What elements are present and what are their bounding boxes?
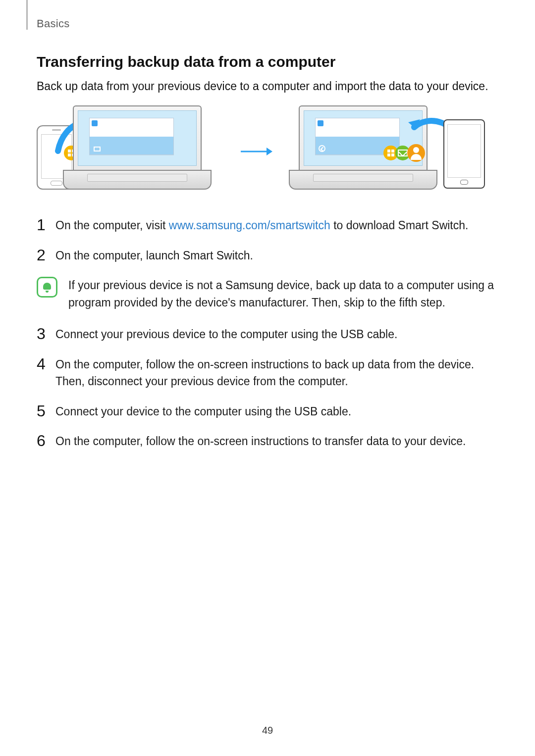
step-4: 4 On the computer, follow the on-screen … — [37, 356, 502, 390]
arrow-right-icon — [240, 146, 272, 157]
step-2: 2 On the computer, launch Smart Switch. — [37, 247, 502, 264]
step-6: 6 On the computer, follow the on-screen … — [37, 433, 502, 450]
breadcrumb: Basics — [37, 17, 70, 30]
margin-rule — [27, 0, 27, 30]
step-number: 5 — [37, 403, 55, 420]
smartswitch-link[interactable]: www.samsung.com/smartswitch — [169, 219, 330, 232]
page-content: Transferring backup data from a computer… — [37, 53, 502, 463]
step-text: On the computer, launch Smart Switch. — [55, 247, 502, 264]
data-icons-cluster — [383, 144, 422, 162]
step-text: Connect your device to the computer usin… — [55, 403, 502, 420]
smartswitch-window-icon — [89, 118, 174, 155]
figure-backup-stage — [37, 105, 237, 197]
intro-text: Back up data from your previous device t… — [37, 78, 502, 95]
step-number: 6 — [37, 433, 55, 450]
tablet-icon — [443, 119, 485, 189]
note-bell-icon — [37, 277, 57, 298]
step-number: 4 — [37, 356, 55, 390]
svg-marker-2 — [267, 148, 272, 155]
note-text: If your previous device is not a Samsung… — [68, 277, 502, 311]
step-text-part: to download Smart Switch. — [330, 219, 469, 232]
step-number: 2 — [37, 247, 55, 264]
step-text: Connect your previous device to the comp… — [55, 326, 502, 343]
figure-arrow — [239, 105, 273, 197]
step-text: On the computer, follow the on-screen in… — [55, 356, 502, 390]
note-callout: If your previous device is not a Samsung… — [37, 277, 502, 311]
step-number: 1 — [37, 217, 55, 234]
step-text: On the computer, follow the on-screen in… — [55, 433, 502, 450]
laptop-icon — [73, 105, 202, 190]
section-heading: Transferring backup data from a computer — [37, 53, 502, 70]
page-number: 49 — [262, 725, 273, 736]
transfer-figure — [37, 105, 502, 197]
manual-page: Basics Transferring backup data from a c… — [0, 0, 535, 756]
step-1: 1 On the computer, visit www.samsung.com… — [37, 217, 502, 234]
step-number: 3 — [37, 326, 55, 343]
figure-restore-stage — [274, 105, 485, 197]
step-5: 5 Connect your device to the computer us… — [37, 403, 502, 420]
step-text: On the computer, visit www.samsung.com/s… — [55, 217, 502, 234]
step-text-part: On the computer, visit — [55, 219, 169, 232]
step-3: 3 Connect your previous device to the co… — [37, 326, 502, 343]
